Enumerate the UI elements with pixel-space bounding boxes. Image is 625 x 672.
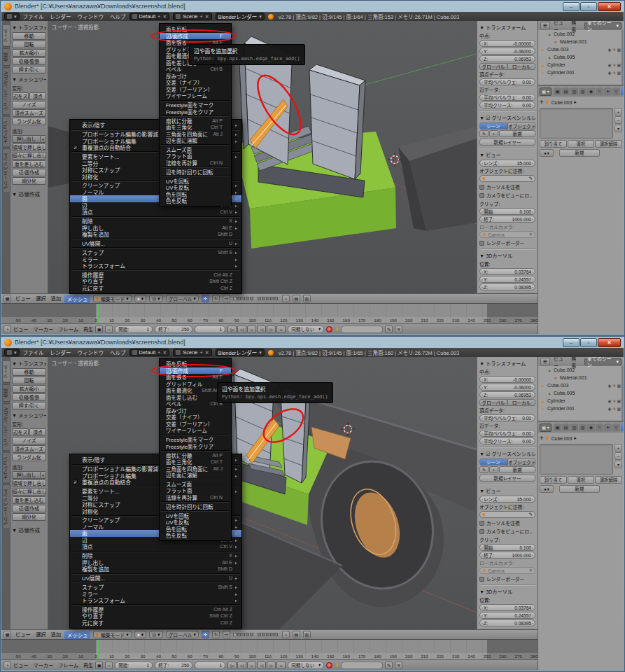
delete-scene-icon[interactable]: ✕ <box>205 350 209 356</box>
increment-arrow-icon[interactable]: › <box>532 209 533 214</box>
layer-toggle[interactable] <box>266 633 269 636</box>
increment-arrow-icon[interactable]: › <box>532 439 533 443</box>
eyedropper-icon[interactable]: ✎ <box>528 512 533 517</box>
eye-icon[interactable]: ◉ <box>608 407 611 411</box>
delete-scene-icon[interactable]: ✕ <box>205 14 209 20</box>
properties-editor-icon[interactable]: ▦ ▾ <box>540 424 552 432</box>
increment-arrow-icon[interactable]: › <box>532 49 533 53</box>
delete-screen-icon[interactable]: ✕ <box>162 350 167 356</box>
modifiers-tab-icon[interactable]: ✦ <box>604 424 612 431</box>
menubar-item[interactable]: ヘルプ <box>110 349 126 356</box>
camera-icon[interactable]: ▦ <box>617 384 621 388</box>
number-field[interactable]: ‹平均ベベルウェ:0.00› <box>479 94 535 101</box>
increment-arrow-icon[interactable]: › <box>532 103 533 107</box>
eye-icon[interactable]: ◉ <box>608 48 611 52</box>
number-field[interactable]: ‹X:-0.00000› <box>479 40 535 47</box>
remove-slot-button[interactable]: − <box>615 452 622 460</box>
decrement-arrow-icon[interactable]: ‹ <box>482 431 483 435</box>
decrement-arrow-icon[interactable]: ‹ <box>482 553 483 557</box>
menubar-item[interactable]: フレーム <box>58 326 78 332</box>
insert-keyframe-icon[interactable]: ✎ <box>385 662 393 669</box>
eye-icon[interactable]: ◉ <box>608 63 611 67</box>
sync-mode-selector[interactable]: 同期しない▾ <box>288 662 324 669</box>
lock-camera-checkbox[interactable]: カメラをビューにロ... <box>479 192 535 199</box>
local-camera-field[interactable]: ▦Camera✕ <box>479 231 535 238</box>
render-opengl-icon[interactable]: ▤ <box>293 295 300 302</box>
shelf-tab[interactable]: ツール <box>2 24 10 47</box>
window-titlebar[interactable]: Blender* [C:¥Users¥anazawa¥Downloads¥scr… <box>1 336 624 348</box>
number-field[interactable]: ‹レンズ:35.000› <box>479 496 535 503</box>
previous-keyframe-button[interactable]: « <box>247 326 256 333</box>
increment-arrow-icon[interactable]: › <box>532 285 533 289</box>
add-slot-button[interactable]: + <box>615 444 622 451</box>
number-field[interactable]: ‹平均ベベルウェ:0.00› <box>479 430 535 437</box>
panel-header-view[interactable]: ▼ ビュー <box>479 151 535 158</box>
increment-arrow-icon[interactable]: › <box>532 553 533 557</box>
clear-icon[interactable]: ✕ <box>528 232 533 237</box>
number-field[interactable]: ‹平均クリース:0.00› <box>479 438 535 444</box>
add-scene-icon[interactable]: + <box>200 350 203 355</box>
number-field[interactable]: ‹終了:1000.000› <box>479 216 535 223</box>
scene-tab-icon[interactable]: ▥ <box>570 424 578 431</box>
shelf-tab[interactable]: グリースペンシル <box>2 148 10 193</box>
number-field[interactable]: ‹Y:-0.06000› <box>479 384 535 391</box>
menubar-item[interactable]: フレーム <box>58 662 78 668</box>
panel-header-meshtools[interactable]: ▼ メッシュツール <box>12 412 46 419</box>
object-tab-icon[interactable]: ◆ <box>587 424 595 431</box>
scene-selector[interactable]: Scene+✕ <box>173 13 211 20</box>
material-slot-list[interactable] <box>540 444 613 475</box>
data-tab-icon[interactable]: ▽ <box>612 88 620 95</box>
number-field[interactable]: ‹開始:0.100› <box>479 208 535 215</box>
render-engine-selector[interactable]: Blenderレンダー▾ <box>216 349 265 356</box>
tool-button[interactable]: 収縮/膨張 <box>12 393 46 401</box>
panel-header-transform[interactable]: ▼ トランスフォーム <box>12 360 46 367</box>
local-camera-field[interactable]: ▦Camera✕ <box>479 567 535 574</box>
tool-button[interactable]: 移動 <box>12 368 46 376</box>
assign-button[interactable]: 割り当て <box>540 476 567 484</box>
header-menu-item[interactable]: メッシュ <box>64 631 90 639</box>
gpencil-scene-toggle[interactable]: シーン <box>479 458 507 465</box>
play-button[interactable]: ▷ <box>267 326 276 333</box>
layer-toggle[interactable] <box>233 633 237 636</box>
panel-header-transform-n[interactable]: ▼ トランスフォーム <box>479 24 535 31</box>
pointer-icon[interactable]: ✛ <box>612 407 616 411</box>
increment-arrow-icon[interactable]: › <box>532 95 533 99</box>
global-button[interactable]: グローバル <box>479 399 507 406</box>
layer-toggle[interactable] <box>266 297 269 300</box>
shelf-tab[interactable]: グリースペンシル <box>2 484 10 529</box>
close-button[interactable]: ✕ <box>598 2 621 11</box>
shelf-tab[interactable]: オプション <box>2 452 10 484</box>
editor-type-icon[interactable]: ▦ <box>3 295 11 302</box>
add-slot-button[interactable]: + <box>615 108 622 115</box>
tool-button[interactable]: 辺/面作成 <box>12 505 46 512</box>
layer-toggle[interactable] <box>270 297 274 300</box>
render-border-checkbox[interactable]: レンダーボーダー <box>479 239 535 246</box>
decrement-arrow-icon[interactable]: ‹ <box>482 393 483 397</box>
number-field[interactable]: ‹Z:-0.06953› <box>479 55 535 62</box>
outliner-row[interactable]: ▲Cube.005 <box>538 53 624 61</box>
header-menu-item[interactable]: 追加 <box>49 631 62 639</box>
menubar-item[interactable]: マーカー <box>34 326 54 332</box>
decrement-arrow-icon[interactable]: ‹ <box>482 161 483 165</box>
layer-toggle[interactable] <box>258 297 261 300</box>
tool-button[interactable]: 拡大縮小 <box>12 49 46 57</box>
eye-icon[interactable]: ◉ <box>608 71 611 75</box>
menubar-item[interactable]: マーカー <box>34 662 54 668</box>
decrement-arrow-icon[interactable]: ‹ <box>482 103 483 107</box>
tool-button[interactable]: 押す/引く <box>12 402 46 410</box>
increment-arrow-icon[interactable]: › <box>532 431 533 435</box>
menu-item[interactable]: 色を反転 <box>160 197 231 204</box>
add-icon[interactable]: + <box>489 130 498 137</box>
menu-item[interactable]: 元に戻すCtrl Z <box>70 285 241 292</box>
panel-header-3dcursor[interactable]: ▼ 3Dカーソル <box>479 252 535 259</box>
panel-header-3dcursor[interactable]: ▼ 3Dカーソル <box>479 588 535 595</box>
gpencil-scene-toggle[interactable]: シーン <box>479 122 507 130</box>
manipulator-translate-icon[interactable]: ✛ <box>202 631 209 638</box>
tool-button[interactable]: 領域で押し出し <box>12 144 46 151</box>
pointer-icon[interactable]: ✛ <box>612 384 616 388</box>
tool-button[interactable]: 頂点 <box>29 92 46 100</box>
tool-button[interactable]: 移動 <box>12 32 46 40</box>
outliner-row[interactable]: ▲Cube.005 <box>538 389 624 397</box>
menubar-item[interactable]: ファイル <box>23 13 44 20</box>
menu-item[interactable]: 法線を再計算Ctrl N <box>160 160 231 167</box>
